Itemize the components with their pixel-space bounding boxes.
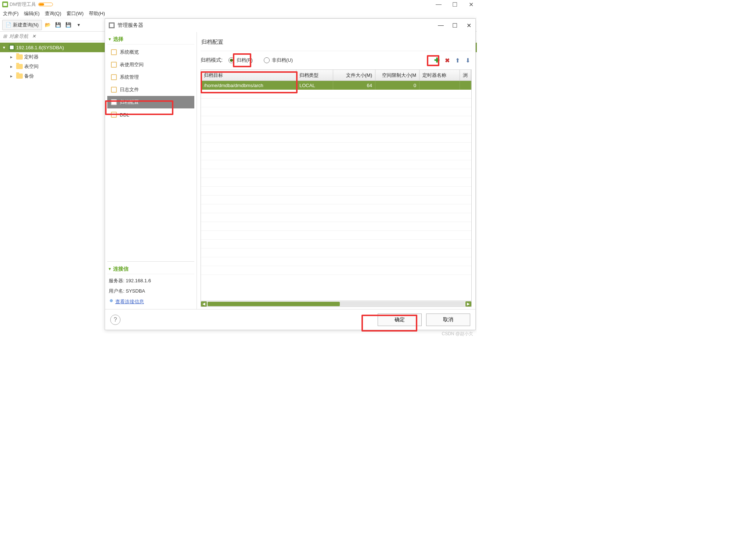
radio-icon — [228, 57, 234, 63]
tree-icon: ⊞ — [3, 33, 7, 39]
empty-row — [201, 231, 471, 240]
menu-help[interactable]: 帮助(H) — [89, 10, 105, 17]
sidebar-section-conn[interactable]: 连接信 — [107, 264, 194, 274]
empty-row — [201, 134, 471, 143]
page-icon — [111, 99, 117, 105]
sidebar-item-ddl[interactable]: DDL — [107, 108, 194, 121]
cell-limit[interactable]: 0 — [375, 81, 420, 90]
tree-collapse-icon[interactable]: ▾ — [3, 45, 7, 50]
minimize-button[interactable]: — — [436, 1, 442, 7]
col-size[interactable]: 文件大小(M) — [333, 70, 375, 80]
sidebar-item-sysmanage[interactable]: 系统管理 — [107, 71, 194, 83]
conn-server-row: 服务器: 192.168.1.6 — [107, 276, 194, 286]
sidebar-item-logfile[interactable]: 日志文件 — [107, 83, 194, 96]
view-conn-link[interactable]: 查看连接信息 — [115, 298, 144, 305]
menu-edit[interactable]: 编辑(E) — [24, 10, 40, 17]
scroll-left-icon[interactable]: ◀ — [201, 301, 207, 307]
object-nav-close-icon[interactable]: ✕ — [32, 33, 36, 39]
radio-label: 非归档(U) — [272, 57, 293, 64]
dialog-close-button[interactable]: ✕ — [466, 22, 472, 28]
col-limit[interactable]: 空间限制大小(M — [375, 70, 420, 80]
help-button[interactable]: ? — [110, 315, 120, 325]
move-down-icon[interactable]: ⬇ — [464, 56, 472, 64]
sidebar-item-label: 日志文件 — [120, 86, 139, 93]
page-icon — [111, 87, 117, 93]
empty-row — [201, 90, 471, 99]
archive-table: 归档目标 归档类型 文件大小(M) 空间限制大小(M 定时器名称 浏 /home… — [201, 69, 472, 307]
magnifier-icon — [109, 298, 114, 303]
server-icon — [9, 44, 15, 50]
empty-row — [201, 143, 471, 151]
move-up-icon[interactable]: ⬆ — [453, 56, 461, 64]
sidebar-item-label: 系统管理 — [120, 74, 139, 80]
empty-row — [201, 196, 471, 204]
dialog-maximize-button[interactable]: ☐ — [452, 22, 458, 28]
table-header: 归档目标 归档类型 文件大小(M) 空间限制大小(M 定时器名称 浏 — [201, 70, 471, 81]
new-query-label: 新建查询(N) — [13, 22, 39, 28]
empty-row — [201, 213, 471, 222]
dialog-footer: ? 确定 取消 — [105, 309, 475, 330]
cell-size[interactable]: 64 — [333, 81, 375, 90]
empty-row — [201, 151, 471, 160]
sidebar-item-archive[interactable]: 归档配置 — [107, 96, 194, 108]
save-icon[interactable]: 💾 — [54, 21, 62, 29]
cell-timer[interactable] — [420, 81, 460, 90]
manage-server-dialog: 管理服务器 — ☐ ✕ 选择 系统概览 表使用空间 — [105, 18, 476, 330]
cell-target[interactable]: /home/dmdba/dmdbms/arch — [201, 81, 296, 90]
scroll-track[interactable] — [208, 302, 465, 306]
ok-button[interactable]: 确定 — [378, 314, 422, 326]
cell-browse[interactable] — [460, 81, 471, 90]
tree-expand-icon[interactable]: ▸ — [10, 64, 15, 69]
tree-expand-icon[interactable]: ▸ — [10, 54, 15, 60]
sidebar-item-overview[interactable]: 系统概览 — [107, 46, 194, 58]
folder-icon — [16, 54, 23, 60]
tree-expand-icon[interactable]: ▸ — [10, 74, 15, 79]
page-icon — [111, 112, 117, 118]
conn-user-row: 用户名: SYSDBA — [107, 286, 194, 296]
empty-row — [201, 240, 471, 248]
dialog-icon — [109, 22, 115, 28]
empty-row — [201, 222, 471, 231]
dialog-titlebar: 管理服务器 — ☐ ✕ — [105, 19, 475, 32]
save-all-icon[interactable]: 💾 — [64, 21, 73, 29]
delete-row-icon[interactable]: ✖ — [443, 56, 451, 64]
close-button[interactable]: ✕ — [468, 1, 474, 7]
toolbar-dropdown-icon[interactable]: ▾ — [74, 21, 83, 29]
sidebar-item-label: 表使用空间 — [120, 61, 144, 68]
radio-non-archive[interactable]: 非归档(U) — [264, 57, 293, 64]
radio-archive[interactable]: 归档(R) — [228, 57, 253, 64]
app-icon — [2, 1, 8, 7]
menu-query[interactable]: 查询(Q) — [45, 10, 61, 17]
watermark: CSDN @赵小欠 — [442, 331, 473, 337]
cancel-button[interactable]: 取消 — [426, 314, 470, 326]
col-browse[interactable]: 浏 — [460, 70, 471, 80]
scroll-right-icon[interactable]: ▶ — [465, 301, 471, 307]
dialog-sidebar: 选择 系统概览 表使用空间 系统管理 日志文件 — [105, 32, 197, 309]
add-row-icon[interactable]: ✚ — [433, 56, 441, 64]
sidebar-list: 系统概览 表使用空间 系统管理 日志文件 归档配置 — [107, 46, 194, 121]
new-query-button[interactable]: 📄 新建查询(N) — [2, 20, 42, 30]
maximize-button[interactable]: ☐ — [452, 1, 458, 7]
empty-row — [201, 257, 471, 266]
sidebar-item-tablespace[interactable]: 表使用空间 — [107, 58, 194, 71]
horizontal-scrollbar[interactable]: ◀ ▶ — [201, 301, 471, 307]
dialog-minimize-button[interactable]: — — [438, 22, 444, 28]
tree-server-label: 192.168.1.6(SYSDBA) — [16, 45, 64, 50]
table-body[interactable]: /home/dmdba/dmdbms/arch LOCAL 64 0 — [201, 81, 471, 301]
table-row[interactable]: /home/dmdba/dmdbms/arch LOCAL 64 0 — [201, 81, 471, 90]
menu-window[interactable]: 窗口(W) — [66, 10, 84, 17]
menu-file[interactable]: 文件(F) — [3, 10, 19, 17]
empty-row — [201, 125, 471, 134]
sidebar-section-select[interactable]: 选择 — [107, 34, 194, 44]
col-timer[interactable]: 定时器名称 — [420, 70, 460, 80]
col-type[interactable]: 归档类型 — [296, 70, 333, 80]
sidebar-item-label: 归档配置 — [120, 99, 139, 105]
object-nav-title: 对象导航 — [9, 33, 28, 40]
main-titlebar: DM管理工具 — ☐ ✕ — [0, 0, 477, 9]
scroll-thumb[interactable] — [208, 302, 340, 306]
cell-type[interactable]: LOCAL — [296, 81, 333, 90]
open-folder-icon[interactable]: 📂 — [43, 21, 52, 29]
tree-label: 定时器 — [24, 54, 39, 60]
app-title: DM管理工具 — [10, 1, 36, 8]
col-target[interactable]: 归档目标 — [201, 70, 296, 80]
